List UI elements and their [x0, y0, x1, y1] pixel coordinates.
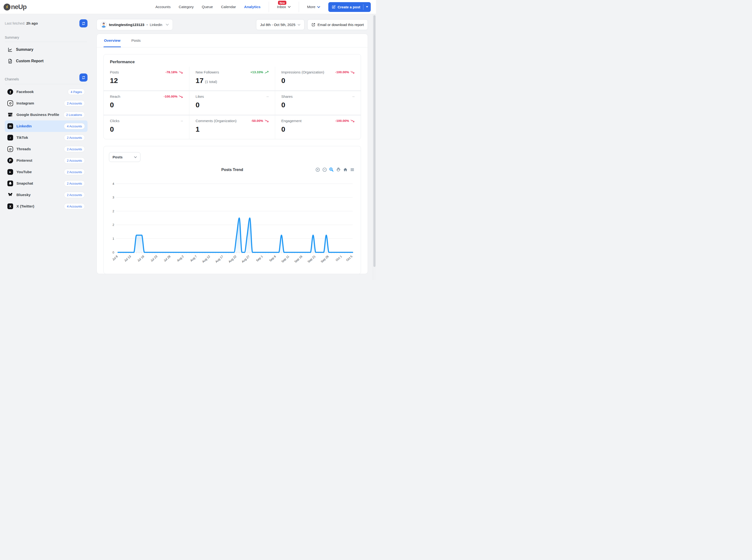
- channel-name: YouTube: [17, 170, 32, 174]
- metric-delta: --: [181, 119, 183, 123]
- document-icon: [8, 59, 13, 64]
- main-content: testingtesting123123 • Linkedin Jul 8th …: [90, 14, 376, 280]
- sidebar-channel-pinterest[interactable]: PPinterest2 Accounts: [5, 155, 87, 166]
- metric-delta: -100.00%: [164, 95, 183, 98]
- create-post-button[interactable]: Create a post: [328, 2, 371, 12]
- threads-icon: @: [7, 146, 13, 152]
- refresh-summary-button[interactable]: [79, 19, 87, 27]
- metric-delta-value: --: [267, 95, 269, 98]
- google-business-icon: G: [7, 112, 13, 118]
- channel-name: Snapchat: [17, 181, 33, 185]
- channel-count-badge: 4 Accounts: [64, 123, 85, 129]
- sidebar-item-label: Summary: [16, 47, 33, 52]
- last-fetched-label: Last fetched:: [5, 21, 25, 25]
- export-report-button[interactable]: Email or download this report: [307, 19, 368, 30]
- account-selector[interactable]: testingtesting123123 • Linkedin: [97, 19, 173, 30]
- refresh-icon: [82, 21, 86, 25]
- last-fetched-text: Last fetched: 2h ago: [5, 21, 38, 25]
- trending-down-icon: [179, 95, 183, 98]
- instagram-icon: [7, 100, 13, 106]
- nav-category[interactable]: Category: [179, 5, 194, 9]
- chart-toolbar: [315, 167, 354, 172]
- zoom-in-icon[interactable]: [315, 167, 320, 172]
- metric-engagement: Engagement-100.00%0: [275, 116, 361, 139]
- metric-delta-value: -100.00%: [335, 119, 349, 123]
- x-axis-tick-label: Sep 26: [320, 255, 329, 263]
- date-range-value: Jul 8th - Oct 5th, 2025: [260, 23, 296, 27]
- x-axis-tick-label: Aug 22: [228, 255, 237, 263]
- channel-count-badge: 2 Accounts: [64, 180, 85, 186]
- metric-value: 0: [196, 101, 268, 109]
- scrollbar-thumb[interactable]: [373, 15, 375, 267]
- sidebar-channel-threads[interactable]: @Threads2 Accounts: [5, 143, 87, 155]
- nav-queue[interactable]: Queue: [202, 5, 213, 9]
- metric-value: 0: [281, 125, 354, 133]
- posts-trend-chart[interactable]: 012234Jul 8Jul 13Jul 18Jul 23Jul 28Aug 2…: [108, 175, 361, 271]
- metric-select[interactable]: Posts: [109, 152, 140, 162]
- account-network: Linkedin: [150, 23, 162, 27]
- sidebar-channel-x-twitter[interactable]: XX (Twitter)4 Accounts: [5, 201, 87, 212]
- header-nav: Accounts Category Queue Calendar Analyti…: [156, 2, 371, 12]
- metric-posts: Posts-78.18%12: [104, 67, 189, 91]
- channel-name: Google Business Profile: [17, 113, 59, 117]
- channels-section-label: Channels: [5, 77, 19, 81]
- metric-shares: Shares--0: [275, 91, 361, 116]
- analytics-page: neUp Accounts Category Queue Calendar An…: [0, 0, 376, 280]
- channel-count-badge: 2 Accounts: [64, 146, 85, 152]
- caret-down-icon[interactable]: [366, 6, 368, 8]
- selection-zoom-icon[interactable]: [329, 167, 334, 172]
- vertical-scrollbar[interactable]: [373, 0, 376, 280]
- channel-count-badge: 4 Accounts: [64, 203, 85, 209]
- metric-label: New Followers: [196, 70, 219, 74]
- nav-inbox[interactable]: New Inbox: [277, 5, 291, 9]
- dot-separator: •: [146, 23, 147, 27]
- nav-accounts[interactable]: Accounts: [156, 5, 171, 9]
- sidebar-channel-linkedin[interactable]: inLinkedIn4 Accounts: [5, 120, 87, 132]
- metric-label: Likes: [196, 95, 204, 99]
- metric-delta-value: -50.00%: [251, 119, 263, 123]
- zoom-out-icon[interactable]: [322, 167, 327, 172]
- tab-posts[interactable]: Posts: [131, 34, 141, 47]
- metric-value: 0: [110, 101, 183, 109]
- sidebar-item-custom-report[interactable]: Custom Report: [5, 55, 87, 67]
- refresh-channels-button[interactable]: [79, 74, 87, 82]
- sidebar-channel-snapchat[interactable]: Snapchat2 Accounts: [5, 178, 87, 189]
- sidebar-channel-google-business-profile[interactable]: GGoogle Business Profile2 Locations: [5, 109, 87, 120]
- metric-label: Engagement: [281, 119, 302, 123]
- channel-count-badge: 2 Locations: [63, 112, 85, 118]
- channel-count-badge: 2 Accounts: [64, 169, 85, 175]
- metric-delta-value: -78.18%: [165, 71, 177, 74]
- home-icon[interactable]: [343, 167, 348, 172]
- menu-icon[interactable]: [350, 167, 354, 172]
- date-range-selector[interactable]: Jul 8th - Oct 5th, 2025: [256, 19, 304, 30]
- x-axis-tick-label: Sep 6: [269, 255, 277, 262]
- x-axis-tick-label: Sep 16: [294, 255, 303, 263]
- performance-panel: Performance Posts-78.18%12New Followers+…: [103, 54, 361, 139]
- x-axis-tick-label: Aug 2: [177, 255, 185, 262]
- channel-name: Facebook: [17, 90, 34, 94]
- linkedin-icon: in: [7, 123, 13, 129]
- section-divider: [5, 42, 87, 42]
- y-axis-tick-label: 0: [113, 251, 114, 254]
- x-axis-tick-label: Oct 1: [335, 255, 343, 262]
- sidebar-channel-instagram[interactable]: Instagram2 Accounts: [5, 98, 87, 109]
- tab-overview[interactable]: Overview: [104, 34, 120, 47]
- nav-calendar[interactable]: Calendar: [221, 5, 236, 9]
- nav-analytics[interactable]: Analytics: [244, 5, 261, 9]
- y-axis-tick-label: 3: [113, 196, 114, 199]
- oneup-logo[interactable]: neUp: [4, 3, 26, 11]
- sidebar-channel-bluesky[interactable]: Bluesky2 Accounts: [5, 189, 87, 201]
- nav-more[interactable]: More: [307, 5, 320, 9]
- metric-delta: -100.00%: [335, 71, 354, 74]
- metric-delta-value: --: [352, 95, 354, 98]
- chevron-down-icon: [166, 24, 169, 26]
- sidebar-item-label: Custom Report: [16, 59, 44, 63]
- pan-icon[interactable]: [336, 167, 341, 172]
- logo-text: neUp: [11, 3, 26, 11]
- sidebar-channel-tiktok[interactable]: ♪TikTok2 Accounts: [5, 132, 87, 143]
- sidebar-item-summary[interactable]: Summary: [5, 44, 87, 55]
- sidebar-channel-youtube[interactable]: ▶YouTube2 Accounts: [5, 166, 87, 178]
- sidebar-channel-facebook[interactable]: fFacebook4 Pages: [5, 86, 87, 98]
- compose-icon: [332, 5, 336, 9]
- y-axis-tick-label: 1: [113, 237, 114, 240]
